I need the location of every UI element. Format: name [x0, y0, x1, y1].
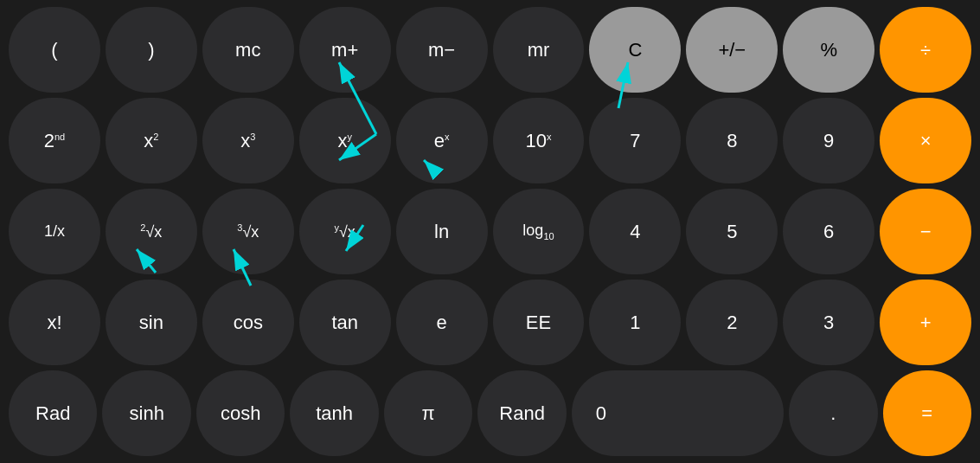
multiply-button[interactable]: × — [880, 98, 971, 183]
plus-minus-button[interactable]: +/− — [686, 7, 778, 93]
pi-button[interactable]: π — [384, 370, 472, 456]
sqrt-y-button[interactable]: y√x — [299, 189, 391, 274]
x-squared-button[interactable]: x2 — [106, 98, 197, 183]
sin-button[interactable]: sin — [106, 280, 197, 365]
log10-button[interactable]: log10 — [493, 189, 585, 274]
sqrt2-button[interactable]: 2√x — [106, 189, 197, 274]
ln-button[interactable]: ln — [396, 189, 488, 274]
decimal-button[interactable]: . — [789, 370, 877, 456]
row-1: ( ) mc m+ m− mr C +/− % ÷ — [9, 7, 971, 93]
2nd-button[interactable]: 2nd — [9, 98, 100, 183]
ee-button[interactable]: EE — [493, 280, 585, 365]
e-button[interactable]: e — [396, 280, 488, 365]
plus-button[interactable]: + — [880, 280, 971, 365]
row-5: Rad sinh cosh tanh π Rand 0 . = — [9, 370, 971, 456]
four-button[interactable]: 4 — [589, 189, 681, 274]
m-plus-button[interactable]: m+ — [299, 7, 391, 93]
mr-button[interactable]: mr — [493, 7, 585, 93]
one-over-x-button[interactable]: 1/x — [9, 189, 100, 274]
m-minus-button[interactable]: m− — [396, 7, 488, 93]
sqrt3-button[interactable]: 3√x — [202, 189, 294, 274]
minus-button[interactable]: − — [880, 189, 971, 274]
calculator: ( ) mc m+ m− mr C +/− % ÷ 2nd x2 x3 xy e… — [0, 0, 980, 463]
open-paren-button[interactable]: ( — [9, 7, 100, 93]
cosh-button[interactable]: cosh — [196, 370, 285, 456]
six-button[interactable]: 6 — [783, 189, 874, 274]
e-x-button[interactable]: ex — [396, 98, 488, 183]
equals-button[interactable]: = — [883, 370, 971, 456]
zero-button[interactable]: 0 — [572, 370, 784, 456]
seven-button[interactable]: 7 — [589, 98, 681, 183]
x-cubed-button[interactable]: x3 — [202, 98, 294, 183]
tanh-button[interactable]: tanh — [290, 370, 378, 456]
two-button[interactable]: 2 — [686, 280, 778, 365]
sinh-button[interactable]: sinh — [102, 370, 190, 456]
row-2: 2nd x2 x3 xy ex 10x 7 8 9 × — [9, 98, 971, 183]
percent-button[interactable]: % — [783, 7, 874, 93]
three-button[interactable]: 3 — [783, 280, 874, 365]
10-x-button[interactable]: 10x — [493, 98, 585, 183]
rad-button[interactable]: Rad — [9, 370, 97, 456]
five-button[interactable]: 5 — [686, 189, 778, 274]
rand-button[interactable]: Rand — [477, 370, 566, 456]
nine-button[interactable]: 9 — [783, 98, 874, 183]
row-3: 1/x 2√x 3√x y√x ln log10 4 5 6 − — [9, 189, 971, 274]
x-factorial-button[interactable]: x! — [9, 280, 100, 365]
eight-button[interactable]: 8 — [686, 98, 778, 183]
divide-button[interactable]: ÷ — [880, 7, 971, 93]
x-y-button[interactable]: xy — [299, 98, 391, 183]
clear-button[interactable]: C — [589, 7, 681, 93]
mc-button[interactable]: mc — [202, 7, 294, 93]
row-4: x! sin cos tan e EE 1 2 3 + — [9, 280, 971, 365]
cos-button[interactable]: cos — [202, 280, 294, 365]
close-paren-button[interactable]: ) — [106, 7, 197, 93]
one-button[interactable]: 1 — [589, 280, 681, 365]
tan-button[interactable]: tan — [299, 280, 391, 365]
